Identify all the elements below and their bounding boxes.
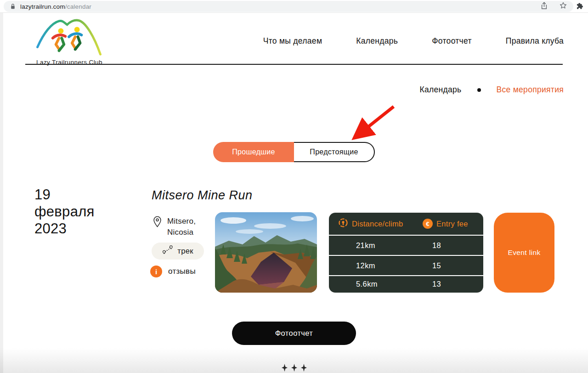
nav-item-what-we-do[interactable]: Что мы делаем <box>263 36 322 46</box>
table-row: 5.6km 13 <box>329 275 483 292</box>
url-text: lazytrailrun.com/calendar <box>20 3 91 10</box>
reviews-link[interactable]: i отзывы <box>150 266 196 277</box>
location-line-1: Mitsero, <box>167 216 196 227</box>
location-pin-icon <box>153 216 162 238</box>
table-row: 12km 15 <box>329 255 483 275</box>
sparkle-icon <box>282 364 288 372</box>
info-icon: i <box>150 266 162 277</box>
breadcrumb-all-events-link[interactable]: Все мероприятия <box>497 85 564 95</box>
track-label: трек <box>177 247 193 255</box>
site-logo[interactable]: Lazy Trailrunners Club <box>34 17 104 66</box>
lock-icon <box>10 3 16 10</box>
url-domain: lazytrailrun.com <box>20 3 65 10</box>
filter-past-button[interactable]: Прошедшие <box>213 142 294 162</box>
route-icon <box>162 245 173 257</box>
event-photo <box>215 212 317 293</box>
event-date-year: 2023 <box>34 220 95 237</box>
bookmark-star-icon[interactable] <box>560 2 567 11</box>
main-nav: Что мы делаем Календарь Фотоотчет Правил… <box>263 36 564 46</box>
distance-fee-table: Distance/climb € Entry fee 21km 18 12km … <box>329 213 483 293</box>
row-fee: 15 <box>432 261 441 270</box>
mine-lake-photo <box>215 212 317 293</box>
row-fee: 13 <box>432 280 441 288</box>
event-date: 19 февраля 2023 <box>34 186 95 237</box>
euro-icon: € <box>423 219 433 229</box>
sparkle-icon <box>291 364 297 372</box>
nav-item-photo-report[interactable]: Фотоотчет <box>432 36 472 46</box>
filter-upcoming-button[interactable]: Предстоящие <box>294 142 375 162</box>
footer-ornament <box>0 364 588 372</box>
location-line-2: Nicosia <box>167 227 196 238</box>
url-path: /calendar <box>65 3 91 10</box>
photo-report-button[interactable]: Фотоотчет <box>232 322 356 345</box>
event-location: Mitsero, Nicosia <box>153 216 196 238</box>
row-distance: 12km <box>356 261 432 270</box>
page: lazytrailrun.com/calendar <box>0 0 588 373</box>
col-distance-label: Distance/climb <box>352 220 403 228</box>
header-divider <box>25 64 563 65</box>
row-fee: 18 <box>432 241 441 250</box>
track-button[interactable]: трек <box>152 243 204 260</box>
breadcrumb-section: Календарь <box>419 85 461 95</box>
table-header: Distance/climb € Entry fee <box>329 213 483 235</box>
logo-mountain-runners-icon <box>34 17 104 59</box>
row-distance: 5.6km <box>356 280 432 288</box>
browser-toolbar: lazytrailrun.com/calendar <box>0 0 588 13</box>
event-title: Mitsero Mine Run <box>152 188 253 203</box>
event-date-month: февраля <box>34 203 95 220</box>
sparkle-icon <box>301 364 307 372</box>
table-row: 21km 18 <box>329 235 483 255</box>
col-fee-label: Entry fee <box>436 220 468 228</box>
nav-item-calendar[interactable]: Календарь <box>356 36 398 46</box>
event-filter-toggle: Прошедшие Предстоящие <box>213 142 375 162</box>
breadcrumb-dot-icon <box>477 88 481 92</box>
event-link-button[interactable]: Event link <box>494 213 554 293</box>
event-date-day: 19 <box>34 186 95 203</box>
row-distance: 21km <box>356 241 432 250</box>
extension-puzzle-icon[interactable] <box>576 2 583 12</box>
annotation-arrow-icon <box>342 103 397 147</box>
share-icon[interactable] <box>541 2 548 11</box>
address-bar[interactable]: lazytrailrun.com/calendar <box>4 1 573 12</box>
distance-target-icon <box>338 218 348 230</box>
window-edge <box>0 13 3 373</box>
reviews-label: отзывы <box>168 267 196 276</box>
breadcrumb: Календарь Все мероприятия <box>419 85 564 95</box>
nav-item-club-rules[interactable]: Правила клуба <box>506 36 564 46</box>
